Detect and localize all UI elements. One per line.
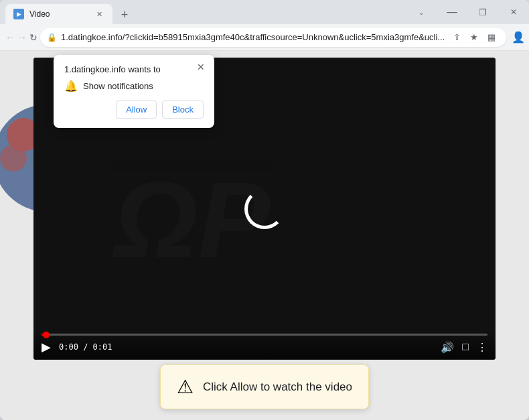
fullscreen-button[interactable]: □ xyxy=(462,341,469,353)
notification-popup: ✕ 1.datingkoe.info wants to 🔔 Show notif… xyxy=(54,55,214,128)
window-close-button[interactable]: ✕ xyxy=(498,0,529,24)
address-text: 1.datingkoe.info/?clickid=b58915mxia3gmf… xyxy=(61,32,445,42)
window-collapse-button[interactable]: ⌄ xyxy=(406,0,437,24)
more-options-button[interactable]: ⋮ xyxy=(477,341,487,354)
nav-bar: ← → ↻ 🔒 1.datingkoe.info/?clickid=b58915… xyxy=(0,24,529,51)
progress-bar[interactable] xyxy=(42,334,487,336)
volume-button[interactable]: 🔊 xyxy=(441,341,454,354)
time-display: 0:00 / 0:01 xyxy=(59,342,112,352)
page-content: ΩΡ ΩΡ xyxy=(0,51,529,420)
controls-row: ▶ 0:00 / 0:01 🔊 □ ⋮ xyxy=(42,340,487,354)
window-minimize-button[interactable]: — xyxy=(437,0,467,24)
address-actions: ⇧ ★ ▦ xyxy=(449,29,500,46)
bookmark-button[interactable]: ★ xyxy=(466,29,482,46)
play-button[interactable]: ▶ xyxy=(42,340,51,354)
progress-dot xyxy=(43,332,50,338)
loading-spinner xyxy=(244,189,285,229)
forward-button[interactable]: → xyxy=(17,28,27,47)
window-restore-button[interactable]: ❐ xyxy=(467,0,498,24)
block-button[interactable]: Block xyxy=(162,100,204,119)
tab-bar: ▶ Video ✕ + xyxy=(5,0,134,24)
alert-text: Click Allow to watch the video xyxy=(203,380,352,394)
active-tab[interactable]: ▶ Video ✕ xyxy=(5,4,112,24)
new-tab-button[interactable]: + xyxy=(115,5,134,24)
split-view-button[interactable]: ▦ xyxy=(483,29,500,46)
bell-icon: 🔔 xyxy=(64,80,78,92)
decorative-circle-inner2 xyxy=(0,145,27,171)
tab-favicon: ▶ xyxy=(13,9,24,19)
video-controls: ▶ 0:00 / 0:01 🔊 □ ⋮ xyxy=(33,330,496,360)
nav-right: 👤 Update ▼ ⋮ xyxy=(509,28,529,47)
notification-permission-row: 🔔 Show notifications xyxy=(64,80,204,92)
warning-icon: ⚠ xyxy=(177,376,194,398)
share-button[interactable]: ⇧ xyxy=(449,29,465,46)
spinner-arc xyxy=(244,189,285,229)
tab-close-button[interactable]: ✕ xyxy=(94,9,104,19)
alert-box: ⚠ Click Allow to watch the video xyxy=(160,364,369,409)
tab-title: Video xyxy=(29,9,88,19)
controls-right: 🔊 □ ⋮ xyxy=(441,341,487,354)
address-bar[interactable]: 🔒 1.datingkoe.info/?clickid=b58915mxia3g… xyxy=(40,28,506,47)
chrome-window: ▶ Video ✕ + ⌄ — ❐ ✕ ← → ↻ 🔒 1.datingkoe.… xyxy=(0,0,529,420)
window-controls: ⌄ — ❐ ✕ xyxy=(406,0,529,24)
notification-permission-label: Show notifications xyxy=(83,81,153,91)
notification-close-button[interactable]: ✕ xyxy=(194,60,208,74)
allow-button[interactable]: Allow xyxy=(116,100,157,119)
back-button[interactable]: ← xyxy=(5,28,15,47)
title-bar: ▶ Video ✕ + ⌄ — ❐ ✕ xyxy=(0,0,529,24)
lock-icon: 🔒 xyxy=(47,33,57,42)
reload-button[interactable]: ↻ xyxy=(29,28,37,47)
notification-title: 1.datingkoe.info wants to xyxy=(64,64,204,74)
notification-buttons: Allow Block xyxy=(64,100,204,119)
profile-button[interactable]: 👤 xyxy=(509,28,528,47)
